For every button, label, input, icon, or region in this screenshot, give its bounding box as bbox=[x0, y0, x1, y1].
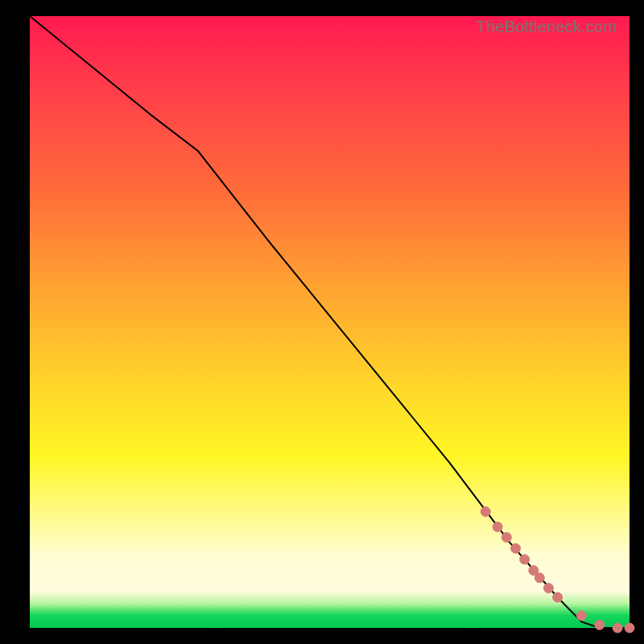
plot-area: TheBottleneck.com bbox=[30, 16, 630, 628]
marker-point bbox=[553, 592, 563, 602]
marker-point bbox=[493, 522, 502, 532]
marker-point bbox=[520, 555, 530, 564]
marker-point bbox=[625, 623, 634, 633]
marker-point bbox=[511, 543, 521, 553]
marker-group bbox=[481, 507, 634, 633]
chart-overlay bbox=[30, 16, 630, 628]
marker-point bbox=[595, 620, 605, 630]
marker-point bbox=[535, 573, 544, 583]
bottleneck-curve bbox=[30, 16, 630, 628]
marker-point bbox=[543, 584, 553, 593]
marker-point bbox=[613, 623, 622, 633]
marker-point bbox=[481, 507, 490, 517]
marker-point bbox=[502, 533, 511, 543]
marker-point bbox=[576, 611, 586, 621]
chart-frame: TheBottleneck.com bbox=[0, 0, 644, 644]
